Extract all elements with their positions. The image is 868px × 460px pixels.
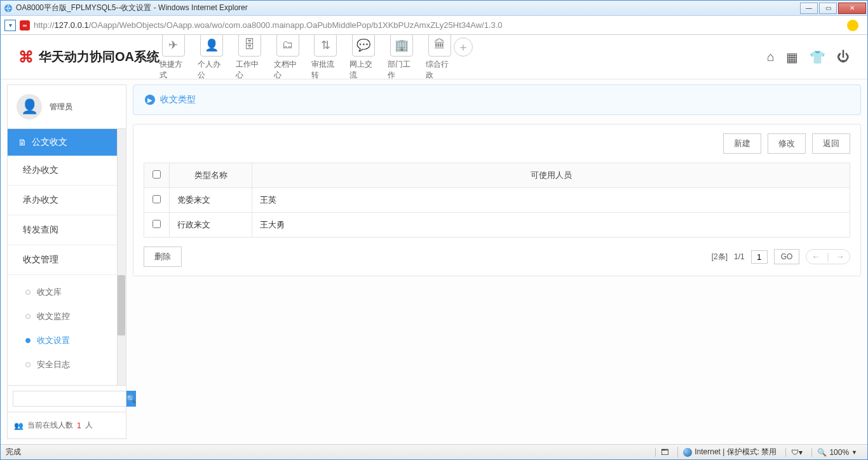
status-zone[interactable]: Internet | 保护模式: 禁用 bbox=[677, 447, 782, 457]
logo-mark-icon: ⌘ bbox=[18, 48, 34, 66]
sidebar-sub-item[interactable]: 收文设置 bbox=[8, 328, 126, 353]
topnav-icon: ⇅ bbox=[314, 35, 337, 57]
users-icon: 👥 bbox=[14, 421, 24, 430]
topnav-icon: 💬 bbox=[352, 35, 375, 57]
zoom-icon: 🔍 bbox=[817, 448, 827, 457]
pager-go-button[interactable]: GO bbox=[774, 249, 800, 264]
topnav-label: 审批流转 bbox=[311, 59, 339, 81]
topnav-label: 网上交流 bbox=[349, 59, 377, 81]
cell-users: 王英 bbox=[252, 188, 850, 213]
status-text: 完成 bbox=[6, 447, 21, 457]
topnav-icon: ✈ bbox=[162, 35, 185, 57]
topnav-item-2[interactable]: 🗄工作中心 bbox=[236, 35, 264, 81]
sidebar-group[interactable]: 承办收文 bbox=[8, 186, 126, 215]
pager-input[interactable] bbox=[751, 250, 768, 264]
compat-icon[interactable] bbox=[847, 20, 858, 31]
back-button[interactable]: 返回 bbox=[812, 133, 850, 154]
user-card: 👤 管理员 bbox=[7, 85, 126, 129]
topnav-label: 综合行政 bbox=[426, 59, 454, 81]
shirt-icon[interactable]: 👕 bbox=[810, 50, 825, 65]
home-icon[interactable]: ⌂ bbox=[767, 50, 775, 64]
select-all-checkbox[interactable] bbox=[153, 170, 161, 179]
window-titlebar: OA8000平台版_FPLMYSQL5--收文设置 - Windows Inte… bbox=[1, 1, 867, 16]
app-header: ⌘ 华天动力协同OA系统 ✈快捷方式👤个人办公🗄工作中心🗂文档中心⇅审批流转💬网… bbox=[1, 35, 867, 79]
pager-prev-icon[interactable]: ← bbox=[811, 252, 820, 262]
topnav-label: 文档中心 bbox=[274, 59, 302, 81]
sidebar-scrollbar[interactable] bbox=[117, 129, 126, 385]
maximize-button[interactable]: ▭ bbox=[819, 3, 837, 14]
cell-name: 行政来文 bbox=[170, 213, 252, 238]
bullet-icon bbox=[25, 290, 31, 295]
type-table: 类型名称 可使用人员 党委来文王英行政来文王大勇 bbox=[144, 163, 850, 238]
topnav-item-3[interactable]: 🗂文档中心 bbox=[274, 35, 302, 81]
topnav-label: 部门工作 bbox=[388, 59, 416, 81]
topnav-item-7[interactable]: 🏛综合行政 bbox=[426, 35, 454, 81]
topnav-item-0[interactable]: ✈快捷方式 bbox=[159, 35, 187, 81]
sidebar-sub-item[interactable]: 收文库 bbox=[8, 280, 126, 304]
edit-button[interactable]: 修改 bbox=[768, 133, 806, 154]
arrow-right-icon: ▶ bbox=[145, 95, 155, 105]
globe-icon bbox=[683, 448, 692, 457]
row-checkbox[interactable] bbox=[153, 220, 161, 228]
url-field[interactable]: http://127.0.0.1/OAapp/WebObjects/OAapp.… bbox=[34, 20, 843, 30]
topnav-item-1[interactable]: 👤个人办公 bbox=[198, 35, 226, 81]
topnav-label: 快捷方式 bbox=[159, 59, 187, 81]
row-checkbox[interactable] bbox=[153, 195, 161, 203]
delete-button[interactable]: 删除 bbox=[144, 247, 182, 267]
sidebar-sub-item[interactable]: 收文监控 bbox=[8, 304, 126, 328]
sidebar-section-header[interactable]: 🗎 公文收文 bbox=[8, 129, 126, 156]
table-row[interactable]: 党委来文王英 bbox=[144, 188, 850, 213]
status-zoom[interactable]: 🔍 100% ▼ bbox=[811, 448, 862, 457]
add-nav-button[interactable]: ＋ bbox=[454, 37, 473, 57]
create-button[interactable]: 新建 bbox=[723, 133, 761, 154]
bullet-icon bbox=[25, 314, 31, 319]
sidebar-group[interactable]: 收文管理 bbox=[8, 245, 126, 275]
topnav-label: 工作中心 bbox=[236, 59, 264, 81]
sidebar-group[interactable]: 转发查阅 bbox=[8, 215, 126, 245]
panel-title: ▶ 收文类型 bbox=[133, 85, 861, 115]
topnav-label: 个人办公 bbox=[198, 59, 226, 81]
window-title: OA8000平台版_FPLMYSQL5--收文设置 - Windows Inte… bbox=[16, 3, 800, 13]
online-users: 👥 当前在线人数 1人 bbox=[7, 412, 126, 439]
table-row[interactable]: 行政来文王大勇 bbox=[144, 213, 850, 238]
logo: ⌘ 华天动力协同OA系统 bbox=[18, 48, 159, 66]
power-icon[interactable]: ⏻ bbox=[837, 50, 850, 64]
logo-text: 华天动力协同OA系统 bbox=[39, 48, 159, 65]
sidebar-sub-item[interactable]: 安全日志 bbox=[8, 353, 126, 377]
ie-icon bbox=[3, 3, 13, 13]
topnav-item-6[interactable]: 🏢部门工作 bbox=[388, 35, 416, 81]
topnav-icon: 🗄 bbox=[238, 35, 261, 57]
status-popup-icon[interactable]: 🗔 bbox=[655, 448, 674, 457]
status-protect-icon[interactable]: 🛡▾ bbox=[785, 448, 808, 457]
pager-pages: 1/1 bbox=[734, 252, 745, 261]
topnav-item-5[interactable]: 💬网上交流 bbox=[349, 35, 377, 81]
sidebar-search-input[interactable] bbox=[13, 391, 126, 407]
close-button[interactable]: ✕ bbox=[838, 3, 866, 14]
col-name: 类型名称 bbox=[170, 163, 252, 188]
topnav-icon: 🗂 bbox=[276, 35, 299, 57]
favicon-icon: ∞ bbox=[20, 20, 30, 30]
minimize-button[interactable]: — bbox=[800, 3, 818, 14]
avatar-icon: 👤 bbox=[17, 94, 42, 119]
col-users: 可使用人员 bbox=[252, 163, 850, 188]
pager-total: [2条] bbox=[712, 252, 728, 262]
cell-name: 党委来文 bbox=[170, 188, 252, 213]
topnav-icon: 🏛 bbox=[428, 35, 451, 57]
cell-users: 王大勇 bbox=[252, 213, 850, 238]
scrollbar-thumb[interactable] bbox=[118, 275, 125, 335]
user-name: 管理员 bbox=[50, 102, 72, 112]
pager-next-icon[interactable]: → bbox=[836, 252, 844, 262]
bullet-icon bbox=[25, 338, 31, 343]
sidebar-group[interactable]: 经办收文 bbox=[8, 156, 126, 186]
security-shield-icon[interactable]: ▾ bbox=[4, 20, 16, 31]
topnav-icon: 👤 bbox=[200, 35, 223, 57]
topnav-item-4[interactable]: ⇅审批流转 bbox=[311, 35, 339, 81]
address-bar: ▾ ∞ http://127.0.0.1/OAapp/WebObjects/OA… bbox=[1, 16, 867, 35]
apps-icon[interactable]: ▦ bbox=[786, 50, 798, 65]
doc-icon: 🗎 bbox=[18, 137, 27, 147]
bullet-icon bbox=[25, 362, 31, 367]
topnav-icon: 🏢 bbox=[390, 35, 413, 57]
